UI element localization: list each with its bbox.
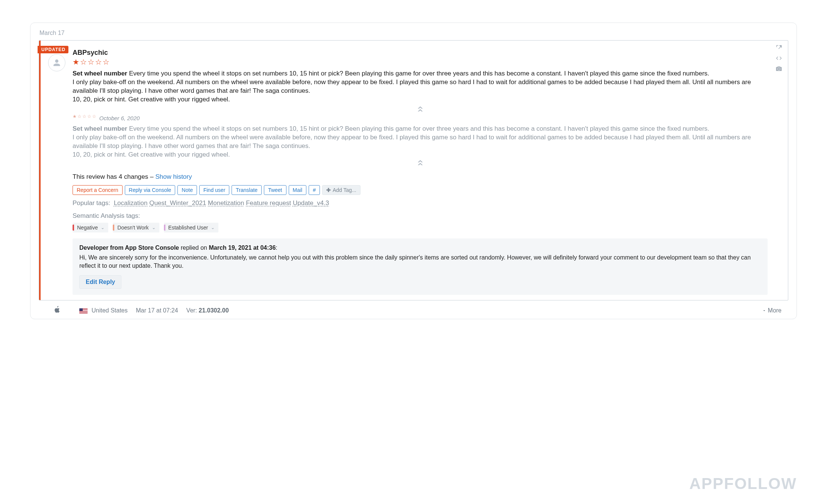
history-title: Set wheel number	[73, 125, 127, 132]
popular-tags: Popular tags: Localization Quest_Winter_…	[73, 199, 768, 207]
avatar[interactable]	[48, 54, 65, 71]
report-button[interactable]: Report a Concern	[73, 185, 123, 195]
star-outline-icon: ☆	[82, 114, 86, 119]
code-button[interactable]	[775, 54, 783, 62]
camera-button[interactable]	[775, 65, 783, 73]
popular-tag[interactable]: Update_v4.3	[293, 199, 329, 207]
show-history-link[interactable]: Show history	[155, 173, 192, 180]
action-row: Report a Concern Reply via Console Note …	[73, 185, 768, 195]
user-icon	[52, 58, 62, 68]
star-icon: ★	[73, 58, 79, 66]
edit-reply-button[interactable]: Edit Reply	[79, 275, 121, 289]
review-body: Set wheel number Every time you spend th…	[73, 69, 768, 104]
more-button[interactable]: More	[762, 307, 782, 314]
translate-button[interactable]: Translate	[232, 185, 262, 195]
semantic-tag[interactable]: Negative⌄	[73, 223, 108, 232]
camera-icon	[776, 65, 782, 72]
find-user-button[interactable]: Find user	[199, 185, 229, 195]
star-outline-icon: ☆	[95, 58, 102, 66]
star-outline-icon: ☆	[103, 58, 109, 66]
star-icon: ★	[73, 114, 77, 119]
semantic-tag[interactable]: Doesn't Work⌄	[113, 223, 159, 232]
star-outline-icon: ☆	[92, 114, 96, 119]
history-rating-stars: ★ ☆ ☆ ☆ ☆	[73, 114, 96, 119]
double-chevron-up-icon	[417, 160, 424, 165]
popular-tag[interactable]: Localization	[114, 199, 148, 207]
history-body: Set wheel number Every time you spend th…	[73, 125, 768, 159]
review-title: Set wheel number	[73, 70, 127, 77]
avatar-column	[41, 41, 73, 300]
review-card: March 17 UPDATED ABPsychic ★ ☆ ☆ ☆ ☆ Set…	[30, 23, 797, 319]
star-outline-icon: ☆	[77, 114, 82, 119]
star-outline-icon: ☆	[80, 58, 87, 66]
reply-body: Hi, We are sincerely sorry for the incon…	[79, 254, 761, 270]
footer-version: Ver: 21.0302.00	[186, 307, 229, 314]
review-box: UPDATED ABPsychic ★ ☆ ☆ ☆ ☆ Set wheel nu…	[39, 40, 788, 300]
mail-button[interactable]: Mail	[289, 185, 307, 195]
review-history: ★ ☆ ☆ ☆ ☆ October 6, 2020 Set wheel numb…	[73, 114, 768, 159]
footer-timestamp: Mar 17 at 07:24	[136, 307, 178, 314]
review-content: Every time you spend the wheel it stops …	[73, 70, 751, 103]
collapse-toggle-lower[interactable]	[73, 160, 768, 166]
hash-button[interactable]: #	[309, 185, 320, 195]
developer-reply: Developer from App Store Console replied…	[73, 238, 768, 295]
content-column: ABPsychic ★ ☆ ☆ ☆ ☆ Set wheel number Eve…	[73, 41, 773, 300]
note-button[interactable]: Note	[177, 185, 197, 195]
changes-line: This review has 4 changes – Show history	[73, 173, 768, 181]
semantic-tag[interactable]: Established User⌄	[164, 223, 219, 232]
history-content: Every time you spend the wheel it stops …	[73, 125, 751, 158]
author-name[interactable]: ABPsychic	[73, 49, 768, 57]
semantic-tags-label: Semantic Analysis tags:	[73, 212, 768, 220]
date-header: March 17	[30, 30, 797, 40]
reply-console-button[interactable]: Reply via Console	[125, 185, 176, 195]
apple-icon	[54, 306, 61, 315]
collapse-toggle-upper[interactable]	[73, 106, 768, 113]
popular-tag[interactable]: Monetization	[208, 199, 244, 207]
flag-us-icon	[79, 308, 88, 314]
star-outline-icon: ☆	[88, 58, 94, 66]
reply-header: Developer from App Store Console replied…	[79, 244, 761, 251]
updated-badge: UPDATED	[38, 46, 68, 53]
review-footer: United States Mar 17 at 07:24 Ver: 21.03…	[39, 300, 788, 316]
star-outline-icon: ☆	[87, 114, 91, 119]
tools-column	[773, 41, 788, 300]
country: United States	[79, 307, 128, 314]
add-tag-button[interactable]: ✚ Add Tag...	[322, 185, 360, 195]
popular-tag[interactable]: Feature request	[246, 199, 291, 207]
double-chevron-up-icon	[417, 106, 424, 112]
open-link-button[interactable]	[775, 44, 783, 52]
plus-icon: ✚	[326, 187, 331, 193]
popular-tag[interactable]: Quest_Winter_2021	[149, 199, 206, 207]
history-date: October 6, 2020	[99, 115, 140, 121]
semantic-tags-row: Negative⌄Doesn't Work⌄Established User⌄	[73, 223, 768, 232]
external-link-icon	[776, 44, 782, 51]
tweet-button[interactable]: Tweet	[264, 185, 286, 195]
rating-stars: ★ ☆ ☆ ☆ ☆	[73, 58, 768, 66]
code-icon	[776, 55, 782, 62]
chevron-down-icon	[762, 308, 766, 313]
